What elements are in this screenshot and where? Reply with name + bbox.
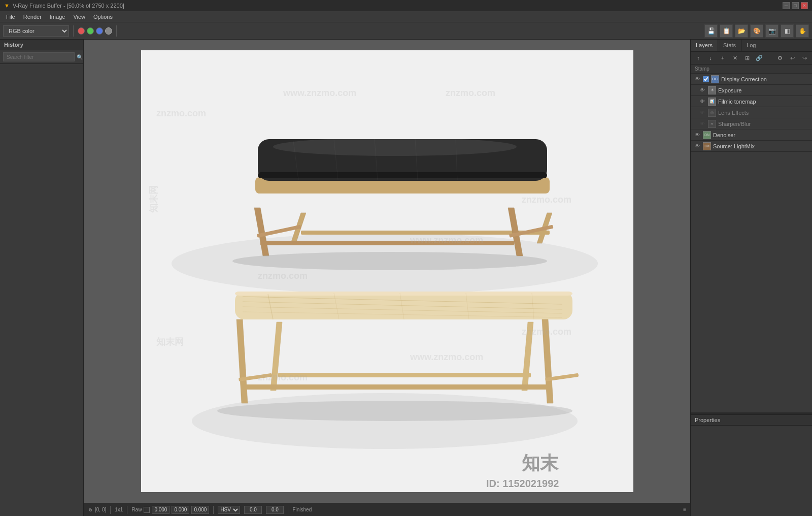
green-channel-button[interactable] xyxy=(87,27,94,35)
svg-rect-22 xyxy=(235,292,572,296)
display-correction-name: Display Correction xyxy=(721,76,809,82)
sharpen-blur-name: Sharpen/Blur xyxy=(718,121,809,127)
settings-button[interactable]: ⚙ xyxy=(774,53,786,63)
layer-sharpen-blur[interactable]: 👁 ≋ Sharpen/Blur xyxy=(691,118,812,130)
camera-button[interactable]: 📷 xyxy=(765,24,779,38)
redo-button[interactable]: ↪ xyxy=(799,53,810,63)
status-sep-3 xyxy=(213,506,214,514)
filmic-icon: 📊 xyxy=(708,98,716,106)
svg-rect-14 xyxy=(258,172,547,178)
tab-stats[interactable]: Stats xyxy=(718,40,741,51)
svg-text:知末: 知末 xyxy=(521,453,559,473)
lightmix-name: Source: LightMix xyxy=(713,143,809,149)
menu-render[interactable]: Render xyxy=(19,13,46,21)
link-layer-button[interactable]: 🔗 xyxy=(754,53,765,63)
exposure-name: Exposure xyxy=(718,87,809,93)
move-layer-down-button[interactable]: ↓ xyxy=(705,53,716,63)
display-correction-icon: DC xyxy=(711,75,719,83)
color-b-input[interactable] xyxy=(191,506,209,514)
hsv-h-input[interactable] xyxy=(244,506,262,514)
toolbar-right-group: 💾 📋 📂 🎨 📷 ◧ ✋ xyxy=(704,24,809,38)
menu-image[interactable]: Image xyxy=(46,13,70,21)
layer-source-lightmix[interactable]: 👁 LM Source: LightMix xyxy=(691,141,812,152)
menu-file[interactable]: File xyxy=(2,13,19,21)
history-content xyxy=(0,64,83,516)
blue-channel-button[interactable] xyxy=(96,27,103,35)
red-channel-button[interactable] xyxy=(78,27,85,35)
layer-denoiser[interactable]: 👁 DN Denoiser xyxy=(691,130,812,141)
color-r-input[interactable] xyxy=(152,506,170,514)
denoiser-icon: DN xyxy=(703,131,711,139)
render-canvas[interactable]: znzmo.com www.znzmo.com znzmo.com 知末网 zn… xyxy=(84,40,690,503)
eye-exposure[interactable]: 👁 xyxy=(699,87,706,94)
undo-button[interactable]: ↩ xyxy=(787,53,798,63)
menu-view[interactable]: View xyxy=(69,13,89,21)
svg-point-13 xyxy=(273,138,517,156)
exposure-icon: ☀ xyxy=(708,86,716,94)
layer-filmic[interactable]: 👁 📊 Filmic tonemap xyxy=(691,96,812,107)
menu-options[interactable]: Options xyxy=(89,13,117,21)
svg-text:ID: 1152021992: ID: 1152021992 xyxy=(486,478,559,489)
main-toolbar: RGB color Alpha Luminance 💾 📋 📂 🎨 📷 ◧ ✋ xyxy=(0,22,812,40)
minimize-button[interactable]: ─ xyxy=(783,2,790,9)
save-all-button[interactable]: 📋 xyxy=(720,24,733,38)
coordinates-item: 🖱 [0, 0] xyxy=(88,507,106,512)
svg-text:znzmo.com: znzmo.com xyxy=(258,271,308,281)
zoom-value: 1x1 xyxy=(115,507,123,512)
right-panel: Layers Stats Log ↑ ↓ + ✕ ⊞ 🔗 ⚙ ↩ ↪ Stamp… xyxy=(690,40,812,516)
color-mode-select[interactable]: RGB color Alpha Luminance xyxy=(3,25,69,37)
compare-button[interactable]: ◧ xyxy=(781,24,794,38)
window-controls[interactable]: ─ □ ✕ xyxy=(783,2,808,9)
eye-lens-effects[interactable]: 👁 xyxy=(699,109,706,116)
checkbox-display-correction[interactable] xyxy=(703,76,709,82)
eye-sharpen-blur[interactable]: 👁 xyxy=(699,120,706,127)
eye-display-correction[interactable]: 👁 xyxy=(694,76,701,83)
main-layout: History 🔍 ▼ xyxy=(0,40,812,516)
layer-exposure[interactable]: 👁 ☀ Exposure xyxy=(691,85,812,96)
status-text: Finished xyxy=(292,507,312,512)
add-layer-button[interactable]: + xyxy=(717,53,728,63)
stamp-label: Stamp xyxy=(691,64,812,74)
coordinates-value: [0, 0] xyxy=(95,507,106,512)
status-sep-4 xyxy=(288,506,288,514)
expand-icon[interactable]: ≡ xyxy=(683,507,686,512)
eye-filmic[interactable]: 👁 xyxy=(699,98,706,105)
tab-log[interactable]: Log xyxy=(741,40,761,51)
svg-text:znzmo.com: znzmo.com xyxy=(522,195,571,205)
layer-lens-effects[interactable]: 👁 ◎ Lens Effects xyxy=(691,107,812,118)
close-button[interactable]: ✕ xyxy=(801,2,808,9)
color-g-input[interactable] xyxy=(172,506,189,514)
alpha-channel-button[interactable] xyxy=(105,27,112,35)
merge-layer-button[interactable]: ⊞ xyxy=(741,53,753,63)
delete-layer-button[interactable]: ✕ xyxy=(729,53,740,63)
tab-layers[interactable]: Layers xyxy=(691,40,718,51)
layer-display-correction[interactable]: 👁 DC Display Correction xyxy=(691,74,812,85)
layer-toolbar: ↑ ↓ + ✕ ⊞ 🔗 ⚙ ↩ ↪ xyxy=(691,52,812,64)
lightmix-icon: LM xyxy=(703,142,711,150)
svg-text:znzmo.com: znzmo.com xyxy=(446,88,495,98)
maximize-button[interactable]: □ xyxy=(792,2,799,9)
eye-source-lightmix[interactable]: 👁 xyxy=(694,143,701,150)
pan-button[interactable]: ✋ xyxy=(796,24,809,38)
svg-rect-34 xyxy=(278,373,531,377)
status-sep-2 xyxy=(127,506,127,514)
window-title: V-Ray Frame Buffer - [50.0% of 2750 x 22… xyxy=(13,3,124,9)
search-input[interactable] xyxy=(3,52,75,61)
svg-rect-37 xyxy=(243,384,547,390)
move-layer-up-button[interactable]: ↑ xyxy=(693,53,704,63)
history-panel: History 🔍 ▼ xyxy=(0,40,84,516)
eye-denoiser[interactable]: 👁 xyxy=(694,132,701,139)
title-bar: ▼ V-Ray Frame Buffer - [50.0% of 2750 x … xyxy=(0,0,812,11)
render-svg: znzmo.com www.znzmo.com znzmo.com 知末网 zn… xyxy=(141,50,633,492)
svg-text:znzmo.com: znzmo.com xyxy=(522,327,571,337)
raw-label: Raw xyxy=(131,507,142,512)
filmic-name: Filmic tonemap xyxy=(718,99,809,105)
search-bar: 🔍 ▼ xyxy=(0,50,83,64)
denoiser-name: Denoiser xyxy=(713,132,809,138)
open-button[interactable]: 📂 xyxy=(735,24,748,38)
hsv-s-input[interactable] xyxy=(266,506,284,514)
save-image-button[interactable]: 💾 xyxy=(704,24,718,38)
color-correct-button[interactable]: 🎨 xyxy=(750,24,763,38)
sharpen-blur-icon: ≋ xyxy=(708,120,716,128)
color-format-select[interactable]: HSV RGB xyxy=(218,506,240,514)
